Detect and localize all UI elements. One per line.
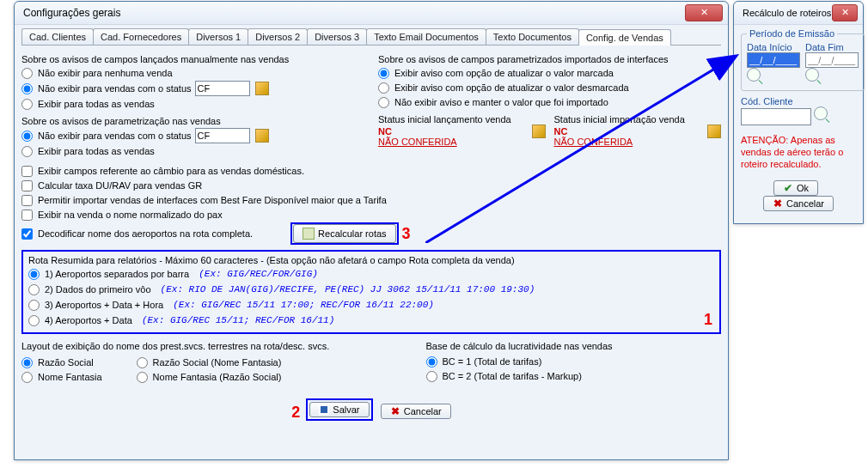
date-end-input[interactable]: [805, 52, 859, 68]
radio-layout-4[interactable]: [137, 372, 148, 383]
dialog-cancel-button[interactable]: ✖ Cancelar: [763, 196, 834, 211]
recalc-label: Recalcular rotas: [318, 227, 386, 240]
edit-icon[interactable]: [255, 82, 269, 95]
edit-icon[interactable]: [707, 125, 721, 138]
cancel-label: Cancelar: [786, 198, 824, 209]
tab-diversos3[interactable]: Diversos 3: [307, 28, 367, 45]
base-opt-label: BC = 1 (Total de tarifas): [443, 355, 542, 368]
radio-rota-4[interactable]: [28, 315, 40, 326]
chk-decodificar[interactable]: [21, 228, 33, 240]
radio-rota-1[interactable]: [28, 269, 40, 280]
tab-cad-clientes[interactable]: Cad. Clientes: [21, 28, 94, 45]
radio-base-1[interactable]: [426, 356, 437, 368]
status-importacao: Status inicial importação venda NC NÃO C…: [554, 114, 722, 147]
status-input-2[interactable]: [195, 128, 250, 143]
client-input[interactable]: [741, 108, 811, 125]
rota-opt1: 1) Aeroportos separados por barra: [45, 267, 189, 281]
chk-du-rav[interactable]: [21, 180, 33, 191]
tabs: Cad. Clientes Cad. Fornecedores Diversos…: [21, 28, 721, 46]
radio-label: Não exibir aviso e manter o valor que fo…: [394, 95, 608, 109]
recalc-button[interactable]: Recalcular rotas: [293, 224, 395, 243]
radio-label: Exibir aviso com opção de atualizar o va…: [394, 81, 629, 94]
rota-opt2-ex: (Ex: RIO DE JAN(GIG)/RECIFE, PE(REC) JJ …: [161, 283, 535, 296]
radio-label: Exibir para todas as vendas: [38, 97, 155, 111]
main-title: Configurações gerais: [23, 7, 685, 19]
layout-opt-label: Razão Social (Nome Fantasia): [153, 356, 282, 369]
chk-label: Decodificar nome dos aeroportos na rota …: [38, 227, 253, 240]
tab-email-docs[interactable]: Texto Email Documentos: [366, 28, 486, 45]
main-titlebar: Configurações gerais ✕: [15, 2, 728, 25]
base-opt-label: BC = 2 (Total de tarifas - Markup): [443, 369, 582, 383]
tab-cad-fornecedores[interactable]: Cad. Fornecedores: [93, 28, 189, 45]
avisos-manuais-title: Sobre os avisos de campos lançados manua…: [21, 54, 364, 64]
radio-avisos-manuais-1[interactable]: [21, 68, 33, 79]
save-label: Salvar: [333, 404, 359, 415]
radio-label: Exibir para todas as vendas: [38, 144, 155, 158]
client-label: Cód. Cliente: [741, 96, 856, 106]
radio-label: Não exibir para vendas com o status: [38, 82, 192, 95]
chk-label: Exibir campos referente ao câmbio para a…: [38, 164, 304, 178]
layout-opt-label: Nome Fantasia (Razão Social): [153, 370, 282, 384]
radio-label: Não exibir para nenhuma venda: [38, 66, 173, 80]
radio-avisos-param-1[interactable]: [21, 131, 33, 142]
save-button[interactable]: Salvar: [309, 402, 369, 417]
radio-label: Exibir aviso com opção de atualizar o va…: [394, 66, 614, 80]
radio-interface-2[interactable]: [378, 82, 389, 94]
chk-cambio[interactable]: [21, 166, 33, 177]
search-icon[interactable]: [747, 68, 761, 82]
date-start-input[interactable]: [747, 52, 800, 68]
periodo-legend: Período de Emissão: [747, 28, 837, 39]
base-title: Base de cálculo da lucratividade nas ven…: [426, 341, 721, 351]
check-icon: ✔: [783, 183, 793, 193]
status-lancamento: Status inicial lançamento venda NC NÃO C…: [378, 114, 546, 147]
layout-opt-label: Nome Fantasia: [38, 370, 102, 384]
ok-button[interactable]: ✔ Ok: [773, 180, 818, 196]
cancel-icon: ✖: [773, 198, 783, 209]
search-icon[interactable]: [805, 68, 819, 82]
tab-diversos1[interactable]: Diversos 1: [188, 28, 248, 45]
tab-diversos2[interactable]: Diversos 2: [248, 28, 308, 45]
radio-layout-1[interactable]: [21, 357, 33, 368]
radio-interface-3[interactable]: [378, 97, 389, 108]
status-input-1[interactable]: [195, 81, 250, 96]
rota-opt3-ex: (Ex: GIG/REC 15/11 17:00; REC/FOR 16/11 …: [173, 298, 434, 312]
chk-bestfare[interactable]: [21, 195, 33, 206]
cancel-icon: ✖: [390, 406, 400, 416]
chk-label: Calcular taxa DU/RAV para vendas GR: [38, 179, 202, 192]
tab-config-vendas[interactable]: Config. de Vendas: [578, 29, 671, 46]
dialog-titlebar: Recálculo de roteiros ✕: [734, 2, 863, 25]
status-title: Status inicial importação venda: [554, 114, 722, 125]
radio-rota-3[interactable]: [28, 300, 40, 311]
radio-avisos-manuais-2[interactable]: [21, 83, 33, 94]
chk-pax-nome[interactable]: [21, 210, 33, 221]
rota-opt2: 2) Dados do primeiro vôo: [45, 283, 151, 296]
edit-icon[interactable]: [532, 125, 546, 138]
radio-rota-2[interactable]: [28, 284, 40, 295]
rota-opt3: 3) Aeroportos + Data + Hora: [45, 298, 163, 312]
rota-title: Rota Resumida para relatórios - Máximo 6…: [28, 255, 714, 265]
search-icon[interactable]: [814, 106, 828, 120]
close-icon[interactable]: ✕: [685, 4, 723, 21]
status-desc: NÃO CONFERIDA: [554, 137, 633, 147]
refresh-icon: [303, 228, 315, 240]
dialog-warning: ATENÇÃO: Apenas as vendas de aéreo terão…: [741, 134, 856, 170]
radio-base-2[interactable]: [426, 371, 437, 382]
annotation-1: 1: [704, 311, 712, 329]
radio-layout-2[interactable]: [21, 372, 33, 383]
annotation-3: 3: [402, 227, 411, 240]
radio-avisos-param-2[interactable]: [21, 146, 33, 157]
cancel-button[interactable]: ✖ Cancelar: [381, 404, 451, 419]
avisos-param-title: Sobre os avisos de parametrização nas ve…: [21, 116, 364, 126]
close-icon[interactable]: ✕: [832, 4, 858, 21]
periodo-fieldset: Período de Emissão Data Início Data Fim: [741, 28, 865, 91]
status-code: NC: [378, 126, 392, 137]
ok-label: Ok: [797, 183, 809, 193]
chk-label: Exibir na venda o nome normalizado do pa…: [38, 208, 223, 222]
main-window: Configurações gerais ✕ Cad. Clientes Cad…: [14, 1, 729, 460]
tab-texto-docs[interactable]: Texto Documentos: [486, 28, 579, 45]
radio-avisos-manuais-3[interactable]: [21, 99, 33, 110]
radio-interface-1[interactable]: [378, 68, 389, 79]
radio-layout-3[interactable]: [137, 357, 148, 368]
edit-icon[interactable]: [255, 129, 269, 143]
rota-opt1-ex: (Ex: GIG/REC/FOR/GIG): [199, 267, 318, 281]
